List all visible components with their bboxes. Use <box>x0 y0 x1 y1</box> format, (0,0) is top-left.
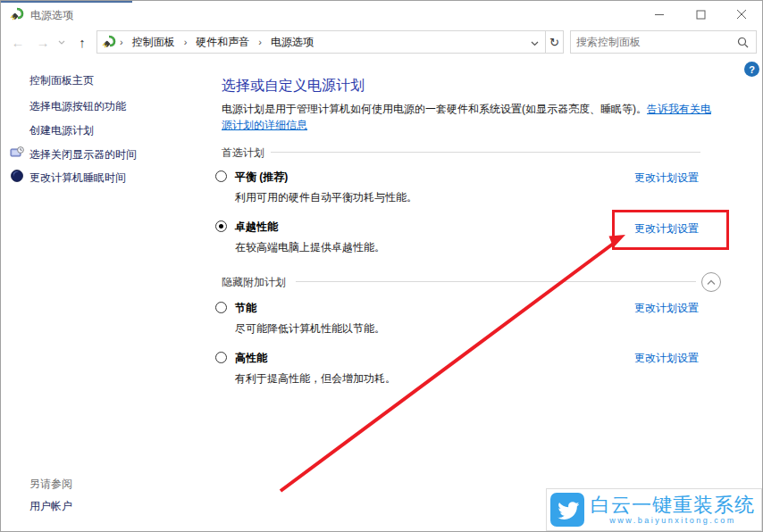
plan-radio-high-performance[interactable] <box>215 352 227 363</box>
search-input[interactable] <box>571 36 737 48</box>
breadcrumb-item-power-options[interactable]: 电源选项 <box>265 35 319 50</box>
annotation-arrow <box>1 1 763 532</box>
sidebar-item-power-buttons[interactable]: 选择电源按钮的功能 <box>29 99 126 114</box>
plan-radio-ultimate-performance[interactable] <box>215 220 227 232</box>
breadcrumb: › 控制面板 › 硬件和声音 › 电源选项 <box>116 35 319 50</box>
maximize-button[interactable] <box>680 1 721 28</box>
plan-name-high-performance: 高性能 <box>235 351 267 366</box>
see-also-header: 另请参阅 <box>29 477 72 492</box>
change-plan-settings-link-balanced[interactable]: 更改计划设置 <box>634 170 699 186</box>
plan-description-ultimate-performance: 在较高端电脑上提供卓越性能。 <box>235 240 385 255</box>
change-plan-settings-link-power-saver[interactable]: 更改计划设置 <box>634 301 699 316</box>
watermark-title: 白云一键重装系统 <box>584 495 761 516</box>
search-icon <box>737 37 749 48</box>
forward-button[interactable]: → <box>31 30 54 54</box>
chevron-down-icon <box>58 40 65 45</box>
plan-radio-balanced[interactable] <box>215 170 227 182</box>
page-title: 选择或自定义电源计划 <box>222 77 365 96</box>
sidebar-item-sleep-time[interactable]: 更改计算机睡眠时间 <box>29 170 126 186</box>
titlebar: 电源选项 <box>1 1 762 28</box>
section-label-preferred-plans: 首选计划 <box>222 145 264 161</box>
intro-text: 电源计划是用于管理计算机如何使用电源的一套硬件和系统设置(如显示器亮度、睡眠等)… <box>222 103 647 115</box>
section-label-hidden-plans: 隐藏附加计划 <box>222 275 286 290</box>
address-dropdown-button[interactable] <box>524 34 545 50</box>
bird-icon <box>556 498 579 521</box>
power-plug-icon <box>10 7 24 21</box>
plan-description-balanced: 利用可用的硬件自动平衡功耗与性能。 <box>235 190 417 205</box>
breadcrumb-item-hardware-sound[interactable]: 硬件和声音 <box>190 35 255 50</box>
breadcrumb-separator: › <box>180 37 191 47</box>
search-box <box>570 30 757 54</box>
intro-paragraph: 电源计划是用于管理计算机如何使用电源的一套硬件和系统设置(如显示器亮度、睡眠等)… <box>222 101 713 133</box>
plan-name-ultimate-performance: 卓越性能 <box>235 220 278 235</box>
chevron-down-icon <box>531 41 539 46</box>
sidebar-item-user-accounts[interactable]: 用户帐户 <box>29 499 72 514</box>
section-divider <box>271 152 700 153</box>
breadcrumb-separator: › <box>255 37 265 47</box>
plan-radio-power-saver[interactable] <box>215 302 227 313</box>
display-clock-icon <box>10 145 24 160</box>
window-title: 电源选项 <box>30 8 73 23</box>
collapse-section-button[interactable] <box>701 272 721 292</box>
up-button[interactable]: ↑ <box>71 30 94 54</box>
watermark-url: www.baiyunxitong.com <box>584 516 761 525</box>
navigation-toolbar: ← → ↑ › 控制面板 › 硬件和声音 › 电源选项 <box>1 28 762 55</box>
annotation-highlight-box <box>612 210 729 250</box>
minimize-icon <box>654 9 665 20</box>
window-top-accent <box>1 1 132 3</box>
watermark-logo <box>550 493 584 527</box>
minimize-button[interactable] <box>639 1 680 28</box>
plan-description-power-saver: 尽可能降低计算机性能以节能。 <box>235 321 385 337</box>
help-button[interactable]: ? <box>744 62 759 77</box>
breadcrumb-separator: › <box>116 37 127 47</box>
sidebar-item-create-plan[interactable]: 创建电源计划 <box>29 123 94 138</box>
refresh-button[interactable]: ↻ <box>546 30 564 54</box>
history-dropdown-button[interactable] <box>54 30 69 54</box>
close-button[interactable] <box>721 1 762 28</box>
watermark-text: 白云一键重装系统 www.baiyunxitong.com <box>584 495 761 525</box>
plan-name-power-saver: 节能 <box>235 301 256 316</box>
address-bar[interactable]: › 控制面板 › 硬件和声音 › 电源选项 <box>96 30 546 54</box>
refresh-icon: ↻ <box>549 36 559 49</box>
section-divider <box>296 281 696 282</box>
maximize-icon <box>696 10 706 20</box>
power-options-window: 电源选项 ← → ↑ › 控制面板 <box>0 0 763 532</box>
plan-description-high-performance: 有利于提高性能，但会增加功耗。 <box>235 371 396 387</box>
chevron-up-icon <box>707 279 716 286</box>
sidebar-item-display-off-time[interactable]: 选择关闭显示器的时间 <box>29 147 137 162</box>
watermark: 白云一键重装系统 www.baiyunxitong.com <box>546 488 762 531</box>
sleep-orb-icon <box>10 169 24 183</box>
back-button[interactable]: ← <box>6 30 29 54</box>
close-icon <box>736 9 747 20</box>
change-plan-settings-link-high-performance[interactable]: 更改计划设置 <box>634 351 699 366</box>
breadcrumb-item-control-panel[interactable]: 控制面板 <box>127 35 180 50</box>
power-plug-icon <box>102 35 116 49</box>
sidebar-item-control-panel-home[interactable]: 控制面板主页 <box>29 73 94 88</box>
plan-name-balanced: 平衡 (推荐) <box>235 170 288 185</box>
question-icon: ? <box>749 64 755 75</box>
